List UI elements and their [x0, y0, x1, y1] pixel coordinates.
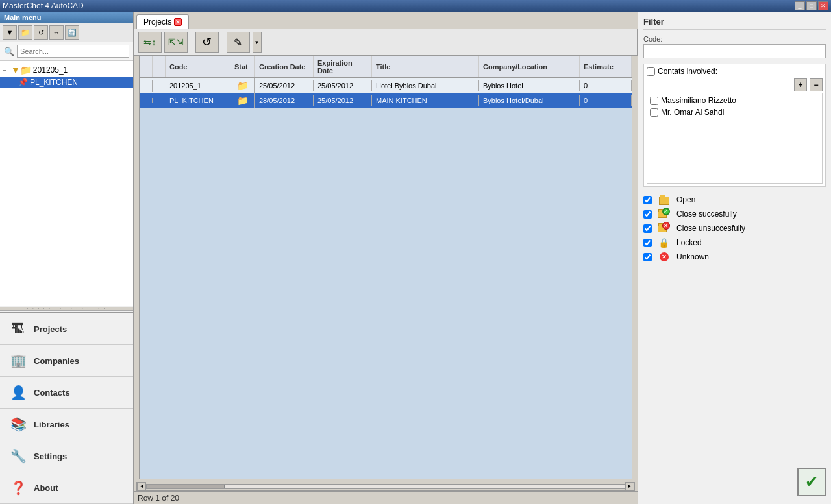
status-close-success-checkbox[interactable]: [643, 210, 652, 219]
close-button[interactable]: ✕: [818, 1, 828, 10]
row-2-estimate: 0: [580, 95, 632, 106]
contacts-icon: 👤: [8, 382, 29, 403]
about-label: About: [34, 483, 58, 493]
contacts-label: Contacts: [34, 388, 70, 398]
contacts-involved-checkbox[interactable]: [647, 67, 655, 76]
contact-item-2[interactable]: Mr. Omar Al Sahdi: [649, 106, 821, 118]
row-1-expiration: 25/05/2012: [314, 80, 372, 91]
col-company-header[interactable]: Company/Location: [479, 56, 580, 77]
projects-icon: 🏗: [8, 318, 29, 339]
tree-root-item[interactable]: − ▼📁 201205_1: [0, 64, 133, 77]
table-wrapper: Code Stat Creation Date Expiration Date …: [139, 56, 632, 479]
close-success-icon: ✓: [657, 209, 671, 219]
search-input[interactable]: [17, 45, 129, 58]
status-locked-checkbox[interactable]: [643, 239, 652, 247]
contact-2-name: Mr. Omar Al Sahdi: [661, 108, 724, 117]
tab-bar: Projects ✕: [134, 12, 638, 29]
projects-tab[interactable]: Projects ✕: [136, 14, 189, 29]
col-expand-header: [140, 56, 153, 77]
sidebar-item-settings[interactable]: 🔧 Settings: [0, 440, 133, 472]
row-2-code: PL_KITCHEN: [166, 95, 230, 106]
contacts-involved-label: Contats involved:: [658, 67, 717, 76]
status-text: Row 1 of 20: [138, 494, 179, 503]
col-title-header[interactable]: Title: [372, 56, 479, 77]
table-row[interactable]: − 201205_1 📁 25/05/2012 25/05/2012 Hotel…: [140, 78, 632, 93]
sidebar-item-libraries[interactable]: 📚 Libraries: [0, 409, 133, 440]
sidebar-new-button[interactable]: ▼: [3, 25, 17, 40]
col-expiration-header[interactable]: Expiration Date: [314, 56, 372, 77]
edit-dropdown-button[interactable]: ▼: [253, 32, 262, 53]
settings-icon: 🔧: [8, 446, 29, 466]
contacts-add-button[interactable]: +: [794, 78, 807, 91]
table-body: − 201205_1 📁 25/05/2012 25/05/2012 Hotel…: [140, 78, 632, 479]
maximize-button[interactable]: □: [806, 1, 817, 10]
contact-item-1[interactable]: Massimiliano Rizzetto: [649, 95, 821, 106]
table-container: Code Stat Creation Date Expiration Date …: [136, 56, 635, 491]
contact-2-checkbox[interactable]: [650, 108, 658, 117]
collapse-all-button[interactable]: ⇱⇲: [164, 32, 188, 53]
expand-all-button[interactable]: ⇆↕: [138, 32, 162, 53]
col-estimate-header[interactable]: Estimate: [580, 56, 632, 77]
filter-title: Filter: [643, 17, 826, 30]
contacts-section: Contats involved: + − Massimiliano Rizze…: [643, 64, 826, 187]
scroll-left-button[interactable]: ◄: [137, 482, 146, 491]
title-text: MasterChef 4 AutoCAD: [3, 1, 795, 10]
tree-child-item[interactable]: 📌 PL_KITCHEN: [0, 77, 133, 88]
sidebar-item-projects[interactable]: 🏗 Projects: [0, 313, 133, 345]
ok-icon: ✔: [805, 473, 818, 491]
col-check-header: [153, 56, 166, 77]
contact-1-checkbox[interactable]: [650, 97, 658, 105]
sidebar-toolbar: ▼ 📁 ↺ ↔ 🔄: [0, 23, 133, 42]
row-1-code: 201205_1: [166, 80, 230, 91]
scrollbar-thumb[interactable]: [147, 485, 225, 488]
col-stat-header[interactable]: Stat: [230, 56, 255, 77]
sidebar-item-about[interactable]: ❓ About: [0, 472, 133, 504]
code-filter-input[interactable]: [643, 44, 826, 58]
contact-1-name: Massimiliano Rizzetto: [661, 96, 736, 105]
scroll-right-button[interactable]: ►: [625, 482, 634, 491]
sidebar: Main menu ▼ 📁 ↺ ↔ 🔄 🔍 − ▼📁 201205_1 📌 PL…: [0, 12, 134, 504]
status-unknown-item: ✕ Unknown: [643, 252, 826, 262]
sidebar-search-area: 🔍: [0, 42, 133, 61]
row-expand-1[interactable]: −: [140, 80, 153, 92]
status-bar: Row 1 of 20: [134, 491, 638, 504]
status-close-success-item: ✓ Close succesfully: [643, 209, 826, 219]
minimize-button[interactable]: _: [795, 1, 805, 10]
companies-label: Companies: [34, 356, 79, 366]
close-fail-icon: ✕: [657, 223, 671, 234]
title-buttons: _ □ ✕: [795, 1, 828, 10]
status-open-checkbox[interactable]: [643, 196, 652, 204]
row-2-expiration: 25/05/2012: [314, 95, 372, 106]
folder-icon-1: 📁: [237, 80, 248, 91]
row-1-estimate: 0: [580, 80, 632, 91]
status-unknown-checkbox[interactable]: [643, 253, 652, 261]
table-row[interactable]: PL_KITCHEN 📁 28/05/2012 25/05/2012 MAIN …: [140, 93, 632, 108]
col-code-header[interactable]: Code: [166, 56, 230, 77]
sidebar-item-contacts[interactable]: 👤 Contacts: [0, 377, 133, 409]
col-creation-header[interactable]: Creation Date: [255, 56, 314, 77]
libraries-icon: 📚: [8, 414, 29, 435]
sidebar-folder-button[interactable]: 📁: [18, 25, 32, 40]
about-icon: ❓: [8, 477, 29, 498]
status-close-fail-label: Close unsuccesfully: [676, 224, 745, 233]
sidebar-move-button[interactable]: ↔: [49, 25, 64, 40]
filter-spacer: [643, 270, 826, 460]
tree-divider[interactable]: · · · · · · · · · · · · · · ·: [0, 307, 133, 311]
ok-button[interactable]: ✔: [797, 468, 826, 496]
status-close-success-label: Close succesfully: [676, 210, 737, 219]
sidebar-item-companies[interactable]: 🏢 Companies: [0, 345, 133, 377]
status-close-fail-item: ✕ Close unsuccesfully: [643, 223, 826, 234]
row-1-company: Byblos Hotel: [479, 80, 580, 91]
edit-button[interactable]: ✎: [227, 32, 250, 53]
status-locked-label: Locked: [676, 238, 702, 247]
tab-close-button[interactable]: ✕: [174, 18, 182, 26]
sidebar-sync-button[interactable]: 🔄: [65, 25, 79, 40]
status-close-fail-checkbox[interactable]: [643, 224, 652, 233]
contacts-remove-button[interactable]: −: [810, 78, 823, 91]
scrollbar-track[interactable]: [146, 484, 625, 489]
row-1-title: Hotel Byblos Dubai: [372, 80, 479, 91]
ok-button-area: ✔: [643, 465, 826, 499]
refresh-button[interactable]: ↺: [195, 32, 219, 53]
row-2-title: MAIN KITCHEN: [372, 95, 479, 106]
sidebar-refresh-button[interactable]: ↺: [34, 25, 48, 40]
